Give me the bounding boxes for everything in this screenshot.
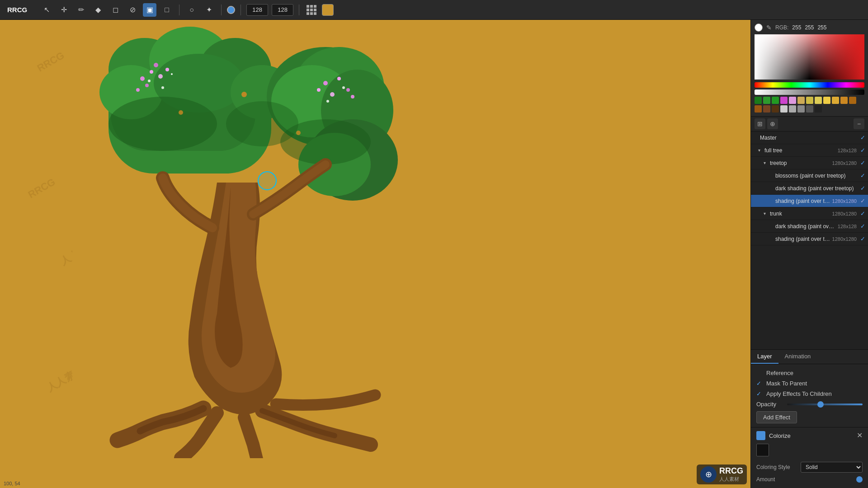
rect-tool[interactable]: ▣	[143, 3, 156, 17]
apply-effects-check[interactable]: ✓	[756, 390, 764, 397]
apply-effects-row: ✓ Apply Effects To Children	[756, 389, 863, 399]
layer-check-dark-shading-trunk[interactable]: ✓	[860, 223, 865, 230]
effect-header: Colorize ✕	[756, 431, 863, 440]
palette-dark-1[interactable]	[772, 105, 779, 113]
mask-to-parent-label[interactable]: Mask To Parent	[766, 380, 807, 387]
rgb-label: RGB:	[775, 24, 788, 31]
canvas-area[interactable]: RRCG 人人素材 RRCG 人人素材 人人素材 RRCG 人人素材 RRCG …	[0, 20, 750, 488]
active-color-swatch[interactable]	[322, 4, 334, 16]
layer-check-shading-treetop[interactable]: ✓	[860, 197, 865, 204]
layer-size-treetop: 1280x1280	[832, 160, 857, 166]
opacity-row: Opacity	[756, 399, 863, 409]
layer-name-treetop: treetop	[770, 160, 830, 166]
palette-yellow-3[interactable]	[815, 97, 822, 104]
palette-brown-5[interactable]	[763, 105, 770, 113]
logo-badge: ⊕ RRCG 人人素材	[697, 465, 747, 484]
layer-name-trunk: trunk	[770, 211, 830, 217]
current-color-dot[interactable]	[755, 23, 763, 32]
layer-item-dark-shading-treetop[interactable]: dark shading (paint over treetop) ✓	[751, 182, 868, 195]
palette-yellow-1[interactable]	[797, 97, 805, 104]
svg-point-28	[161, 86, 164, 89]
separator-2	[221, 5, 222, 15]
layer-grid-btn[interactable]: ⊞	[755, 118, 765, 129]
layer-check-blossoms[interactable]: ✓	[860, 172, 865, 179]
amount-dot[interactable]	[856, 476, 863, 483]
palette-gray-3[interactable]	[797, 105, 805, 113]
mask-to-parent-check[interactable]: ✓	[756, 380, 764, 387]
palette-brown-2[interactable]	[840, 97, 848, 104]
palette-gray-4[interactable]	[806, 105, 813, 113]
palette-green-1[interactable]	[755, 97, 762, 104]
grid-toggle[interactable]	[305, 3, 318, 17]
layer-arrow-trunk: ▾	[764, 211, 768, 216]
layer-check-trunk[interactable]: ✓	[860, 210, 865, 217]
layer-item-blossoms[interactable]: blossoms (paint over treetop) ✓	[751, 169, 868, 182]
palette-purple-1[interactable]	[780, 97, 788, 104]
lightness-slider[interactable]	[755, 89, 864, 95]
select-tool[interactable]: ↖	[40, 3, 53, 17]
layer-item-shading-trunk[interactable]: shading (paint over trunk) 1280x1280 ✓	[751, 233, 868, 245]
logo-text-group: RRCG 人人素材	[719, 466, 743, 483]
layer-item-treetop[interactable]: ▾ treetop 1280x1280 ✓	[751, 157, 868, 169]
magic-wand-tool[interactable]: ✦	[202, 3, 216, 17]
canvas-inner	[72, 24, 425, 458]
opacity-slider[interactable]	[787, 404, 863, 405]
palette-gray-5[interactable]	[815, 105, 822, 113]
layer-item-trunk[interactable]: ▾ trunk 1280x1280 ✓	[751, 207, 868, 220]
layers-section: ⊞ ⊕ − Master ✓ ▾ full tree 128x128	[751, 117, 868, 427]
hue-slider[interactable]	[755, 82, 864, 88]
layer-item-master[interactable]: Master ✓	[751, 131, 868, 144]
logo-name: RRCG	[719, 466, 743, 476]
add-effect-button[interactable]: Add Effect	[756, 411, 797, 423]
reference-row: ✓ Reference	[756, 368, 863, 378]
coloring-style-select[interactable]: Solid Gradient Pattern	[801, 462, 863, 473]
color-gradient-picker[interactable]	[755, 34, 864, 80]
palette-brown-4[interactable]	[755, 105, 762, 113]
layer-check-full-tree[interactable]: ✓	[860, 147, 865, 154]
pencil-tool[interactable]: ✏	[74, 3, 88, 17]
layer-item-full-tree[interactable]: ▾ full tree 128x128 ✓	[751, 144, 868, 157]
eraser-tool[interactable]: ◻	[108, 3, 122, 17]
transform-tool[interactable]: ✛	[57, 3, 71, 17]
svg-point-17	[108, 97, 217, 151]
brush-color-indicator	[227, 6, 235, 14]
layer-check-shading-trunk[interactable]: ✓	[860, 235, 865, 242]
palette-purple-2[interactable]	[789, 97, 796, 104]
color-picker-header: ✎ RGB: 255 255 255	[755, 23, 864, 32]
layer-add-btn[interactable]: ⊕	[767, 118, 778, 129]
palette-gray-1[interactable]	[780, 105, 788, 113]
palette-yellow-4[interactable]	[823, 97, 830, 104]
brush-height-input[interactable]: 128	[272, 4, 293, 16]
layer-check-master[interactable]: ✓	[860, 134, 865, 141]
circle-select-tool[interactable]: ○	[185, 3, 198, 17]
apply-effects-label[interactable]: Apply Effects To Children	[766, 390, 832, 397]
tab-layer[interactable]: Layer	[751, 350, 778, 364]
palette-gray-2[interactable]	[789, 105, 796, 113]
palette-brown-1[interactable]	[832, 97, 839, 104]
effect-color-box[interactable]	[756, 444, 769, 456]
fill-tool[interactable]: ◆	[91, 3, 105, 17]
layer-options: ✓ Reference ✓ Mask To Parent ✓ Apply Eff…	[751, 364, 868, 427]
palette-brown-3[interactable]	[849, 97, 856, 104]
opacity-thumb	[817, 401, 824, 408]
layer-tabs: Layer Animation	[751, 350, 868, 364]
amount-row: Amount	[756, 474, 863, 484]
brush-width-input[interactable]: 128	[246, 4, 268, 16]
layer-delete-btn[interactable]: −	[854, 118, 864, 129]
palette-yellow-2[interactable]	[806, 97, 813, 104]
palette-green-2[interactable]	[763, 97, 770, 104]
svg-point-23	[158, 74, 163, 79]
palette-green-3[interactable]	[772, 97, 779, 104]
layer-item-shading-treetop[interactable]: shading (paint over treetop) 1280x1280 ✓	[751, 195, 868, 207]
svg-point-22	[145, 84, 149, 87]
colorpick-tool[interactable]: ⊘	[126, 3, 139, 17]
logo-icon: ⊕	[700, 466, 717, 483]
layer-name-blossoms: blossoms (paint over treetop)	[775, 173, 855, 179]
layer-check-treetop[interactable]: ✓	[860, 160, 865, 166]
layer-check-dark-shading-treetop[interactable]: ✓	[860, 185, 865, 192]
reference-label[interactable]: Reference	[766, 370, 793, 376]
effect-close-button[interactable]: ✕	[857, 432, 863, 439]
tab-animation[interactable]: Animation	[778, 350, 817, 364]
shape-tool[interactable]: □	[160, 3, 174, 17]
layer-item-dark-shading-trunk[interactable]: dark shading (paint over trunk) 128x128 …	[751, 220, 868, 233]
